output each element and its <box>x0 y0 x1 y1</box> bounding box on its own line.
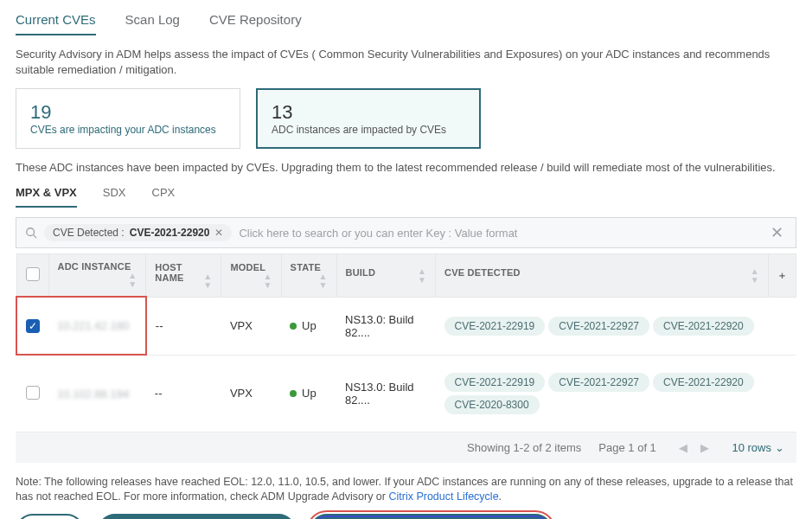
cve-chip[interactable]: CVE-2021-22920 <box>653 317 754 336</box>
proceed-upgrade-button[interactable]: Proceed to upgrade workflow <box>98 514 296 519</box>
sort-icon: ▲▼ <box>418 267 426 285</box>
cell-cve-detected: CVE-2021-22919CVE-2021-22927CVE-2021-229… <box>436 355 769 432</box>
col-build[interactable]: BUILD▲▼ <box>336 254 436 298</box>
filter-chip-value: CVE-2021-22920 <box>130 227 210 239</box>
filter-chip-key: CVE Detected : <box>53 227 125 239</box>
sort-icon: ▲▼ <box>263 272 272 290</box>
advisory-description: Security Advisory in ADM helps assess th… <box>16 47 796 78</box>
cell-state: Up <box>281 355 336 432</box>
svg-point-0 <box>27 228 35 236</box>
summary-cards: 19 CVEs are impacting your ADC instances… <box>16 88 796 149</box>
cell-adc-instance[interactable]: 10.102.88.194 <box>48 355 146 432</box>
table-row: 10.102.88.194--VPXUpNS13.0: Build 82....… <box>16 355 796 432</box>
row-checkbox[interactable] <box>26 386 40 400</box>
cell-host-name: -- <box>146 297 221 355</box>
citrix-lifecycle-link[interactable]: Citrix Product Lifecycle <box>388 490 498 503</box>
back-button[interactable]: Back <box>16 514 84 519</box>
search-icon <box>25 227 37 239</box>
card-instances-count: 13 <box>272 101 465 124</box>
status-up-icon <box>290 390 297 397</box>
cve-chip[interactable]: CVE-2021-22927 <box>548 317 649 336</box>
cell-build: NS13.0: Build 82.... <box>336 297 436 355</box>
filter-chip-remove-icon[interactable]: ✕ <box>214 227 223 239</box>
sort-icon: ▲▼ <box>128 272 137 289</box>
platform-tabs: MPX & VPX SDX CPX <box>16 183 796 208</box>
cell-model: VPX <box>221 355 281 432</box>
impact-note: These ADC instances have been impacted b… <box>16 161 796 174</box>
tab-scan-log[interactable]: Scan Log <box>125 9 180 35</box>
cve-chip[interactable]: CVE-2021-22919 <box>444 317 546 336</box>
cell-adc-instance[interactable]: 10.221.42.180 <box>48 297 146 355</box>
tab-current-cves[interactable]: Current CVEs <box>16 9 96 35</box>
pager-page: Page 1 of 1 <box>598 441 656 454</box>
search-clear-icon[interactable]: ✕ <box>767 223 787 242</box>
cve-chip[interactable]: CVE-2020-8300 <box>444 395 540 414</box>
pager-rows-select[interactable]: 10 rows⌄ <box>732 441 784 454</box>
pager-showing: Showing 1-2 of 2 items <box>467 441 581 454</box>
main-tabs: Current CVEs Scan Log CVE Repository <box>16 9 796 36</box>
proceed-config-job-button[interactable]: Proceed to configuration job workflow <box>310 514 553 519</box>
cve-chip[interactable]: CVE-2021-22920 <box>653 373 754 392</box>
cell-state: Up <box>281 297 336 355</box>
select-all-checkbox[interactable] <box>26 267 40 281</box>
sort-icon: ▲▼ <box>318 272 327 290</box>
svg-line-1 <box>34 235 37 239</box>
row-checkbox[interactable]: ✓ <box>26 319 40 333</box>
tab-cve-repository[interactable]: CVE Repository <box>209 9 302 35</box>
cell-cve-detected: CVE-2021-22919CVE-2021-22927CVE-2021-229… <box>436 297 769 355</box>
card-cves-label: CVEs are impacting your ADC instances <box>30 124 226 136</box>
eol-note: Note: The following releases have reache… <box>16 475 796 505</box>
pager-next-icon[interactable]: ▶ <box>695 441 714 454</box>
card-cves-count: 19 <box>30 101 226 124</box>
col-cve-detected[interactable]: CVE DETECTED▲▼ <box>436 254 769 298</box>
add-column-icon[interactable]: ＋ <box>768 254 796 298</box>
chevron-down-icon: ⌄ <box>771 441 784 454</box>
tab-cpx[interactable]: CPX <box>152 183 176 208</box>
col-host-name[interactable]: HOST NAME▲▼ <box>146 254 221 298</box>
cell-build: NS13.0: Build 82.... <box>336 355 436 432</box>
action-buttons: Back Proceed to upgrade workflow Proceed… <box>16 514 796 519</box>
tab-sdx[interactable]: SDX <box>103 183 126 208</box>
pager-prev-icon[interactable]: ◀ <box>674 441 693 454</box>
cell-model: VPX <box>221 297 281 355</box>
tab-mpx-vpx[interactable]: MPX & VPX <box>16 183 77 208</box>
search-bar[interactable]: CVE Detected : CVE-2021-22920 ✕ Click he… <box>16 217 796 248</box>
card-instances-impacted[interactable]: 13 ADC instances are impacted by CVEs <box>256 88 481 149</box>
instances-table: ADC INSTANCE▲▼ HOST NAME▲▼ MODEL▲▼ STATE… <box>16 253 796 432</box>
cve-chip[interactable]: CVE-2021-22927 <box>548 373 649 392</box>
filter-chip-cve-detected[interactable]: CVE Detected : CVE-2021-22920 ✕ <box>44 224 232 241</box>
cell-host-name: -- <box>146 355 221 432</box>
col-state[interactable]: STATE▲▼ <box>281 254 336 298</box>
col-model[interactable]: MODEL▲▼ <box>221 254 281 298</box>
cve-chip[interactable]: CVE-2021-22919 <box>444 373 546 392</box>
card-cves-impacting[interactable]: 19 CVEs are impacting your ADC instances <box>16 88 240 149</box>
table-pager: Showing 1-2 of 2 items Page 1 of 1 ◀ ▶ 1… <box>16 432 796 463</box>
col-adc-instance[interactable]: ADC INSTANCE▲▼ <box>48 254 146 298</box>
card-instances-label: ADC instances are impacted by CVEs <box>272 124 465 136</box>
sort-icon: ▲▼ <box>203 272 212 290</box>
sort-icon: ▲▼ <box>751 267 759 285</box>
search-input[interactable]: Click here to search or you can enter Ke… <box>239 227 760 240</box>
table-row: ✓10.221.42.180--VPXUpNS13.0: Build 82...… <box>16 297 796 355</box>
status-up-icon <box>290 323 297 330</box>
col-select-all[interactable] <box>16 254 48 298</box>
